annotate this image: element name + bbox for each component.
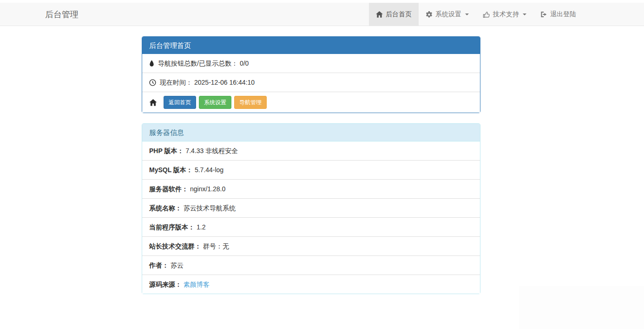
sign-out-icon — [540, 11, 547, 18]
corner-shade — [519, 286, 644, 329]
nav-item-logout[interactable]: 退出登陆 — [533, 3, 583, 26]
nav-count-value: 0/0 — [240, 59, 249, 68]
current-time-value: 2025-12-06 16:44:10 — [194, 78, 255, 87]
gear-icon — [426, 11, 433, 18]
server-info-panel: 服务器信息 PHP 版本： 7.4.33 非线程安全 MySQL 版本： 5.7… — [142, 123, 480, 294]
chevron-down-icon — [465, 13, 469, 15]
nav-item-label: 退出登陆 — [550, 10, 576, 19]
navbar-brand: 后台管理 — [45, 3, 79, 26]
top-navbar: 后台管理 后台首页 系统设置 技术支持 — [0, 3, 644, 26]
row-label: 源码来源： — [149, 280, 182, 289]
qq-group-row: 站长技术交流群： 群号：无 — [142, 236, 480, 255]
home-icon — [149, 99, 157, 106]
nav-item-label: 系统设置 — [435, 10, 461, 19]
mysql-version-row: MySQL 版本： 5.7.44-log — [142, 160, 480, 179]
system-name-row: 系统名称： 苏云技术导航系统 — [142, 198, 480, 217]
row-label: 站长技术交流群： — [149, 242, 201, 251]
server-software-row: 服务器软件： nginx/1.28.0 — [142, 179, 480, 198]
navbar-menu: 后台首页 系统设置 技术支持 退出登陆 — [369, 3, 583, 26]
nav-item-label: 后台首页 — [386, 10, 412, 19]
nav-manage-button[interactable]: 导航管理 — [234, 96, 267, 109]
nav-item-dashboard[interactable]: 后台首页 — [369, 3, 419, 26]
row-value: 群号：无 — [203, 242, 229, 251]
home-icon — [376, 11, 383, 18]
back-home-button[interactable]: 返回首页 — [164, 96, 196, 109]
row-label: 服务器软件： — [149, 184, 188, 194]
main-content: 后台管理首页 导航按钮总数/已显示总数： 0/0 现在时间： 2025-12-0… — [142, 36, 480, 304]
source-row: 源码来源： 素颜博客 — [142, 275, 480, 294]
droplet-icon — [149, 60, 154, 67]
nav-count-label: 导航按钮总数/已显示总数： — [158, 59, 238, 68]
row-value: 1.2 — [197, 222, 205, 232]
nav-item-system-settings[interactable]: 系统设置 — [419, 3, 476, 26]
thumbs-up-icon — [483, 11, 490, 18]
dashboard-panel-title: 后台管理首页 — [142, 37, 480, 54]
quick-links-row: 返回首页 系统设置 导航管理 — [142, 92, 480, 113]
php-version-row: PHP 版本： 7.4.33 非线程安全 — [142, 141, 480, 160]
current-time-label: 现在时间： — [160, 78, 192, 87]
nav-item-tech-support[interactable]: 技术支持 — [476, 3, 533, 26]
nav-count-row: 导航按钮总数/已显示总数： 0/0 — [142, 54, 480, 73]
row-label: 作者： — [149, 261, 169, 270]
row-value: 苏云 — [171, 261, 184, 270]
row-value: nginx/1.28.0 — [190, 184, 225, 194]
nav-item-label: 技术支持 — [493, 10, 519, 19]
program-version-row: 当前程序版本： 1.2 — [142, 217, 480, 236]
row-value: 苏云技术导航系统 — [184, 203, 236, 213]
current-time-row: 现在时间： 2025-12-06 16:44:10 — [142, 73, 480, 92]
row-label: 系统名称： — [149, 203, 182, 213]
row-label: 当前程序版本： — [149, 222, 195, 232]
chevron-down-icon — [523, 13, 526, 15]
row-value: 5.7.44-log — [195, 165, 223, 175]
row-label: MySQL 版本： — [149, 165, 193, 175]
row-value: 7.4.33 非线程安全 — [185, 146, 238, 155]
author-row: 作者： 苏云 — [142, 255, 480, 275]
source-link[interactable]: 素颜博客 — [184, 280, 210, 289]
clock-icon — [149, 79, 156, 86]
row-label: PHP 版本： — [149, 146, 184, 155]
server-info-title: 服务器信息 — [142, 124, 480, 141]
system-settings-button[interactable]: 系统设置 — [199, 96, 231, 109]
dashboard-panel: 后台管理首页 导航按钮总数/已显示总数： 0/0 现在时间： 2025-12-0… — [142, 36, 480, 113]
